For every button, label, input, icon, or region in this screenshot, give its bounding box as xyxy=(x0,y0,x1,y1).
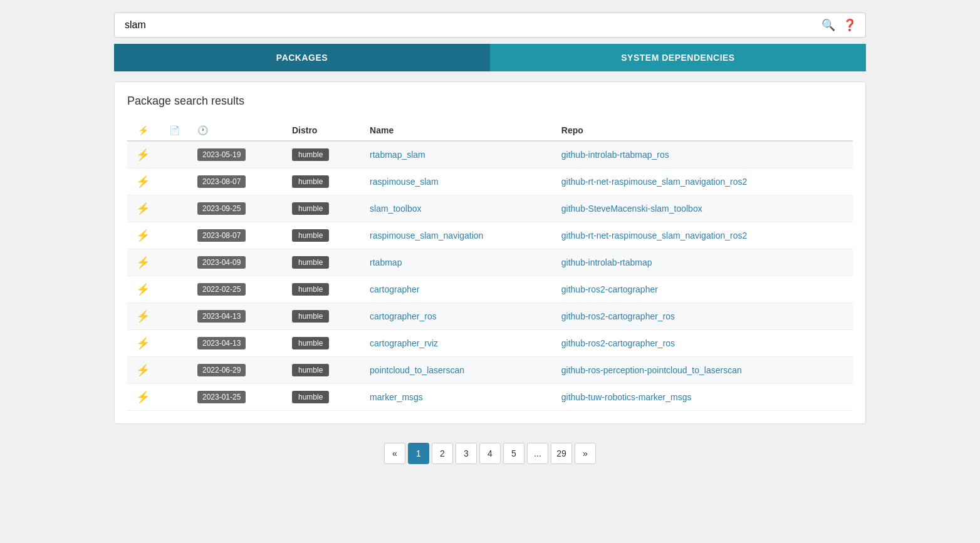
pagination: « 1 2 3 4 5 ... 29 » xyxy=(114,443,866,464)
pagination-page-1[interactable]: 1 xyxy=(408,443,429,464)
search-input[interactable] xyxy=(120,13,818,37)
row-file-icon xyxy=(159,276,190,303)
row-file-icon xyxy=(159,168,190,195)
col-date: 🕐 xyxy=(190,120,284,141)
row-date: 2023-04-13 xyxy=(190,303,284,330)
row-date: 2022-02-25 xyxy=(190,276,284,303)
row-repo[interactable]: github-introlab-rtabmap xyxy=(554,249,853,276)
row-name[interactable]: raspimouse_slam xyxy=(362,168,554,195)
table-row: ⚡ 2023-08-07 humble raspimouse_slam_navi… xyxy=(127,222,853,249)
row-distro: humble xyxy=(284,141,362,168)
row-name[interactable]: rtabmap_slam xyxy=(362,141,554,168)
search-bar: 🔍 ❓ xyxy=(114,13,866,38)
results-title: Package search results xyxy=(127,95,853,108)
pagination-page-2[interactable]: 2 xyxy=(432,443,453,464)
row-bolt-icon: ⚡ xyxy=(127,222,159,249)
row-distro: humble xyxy=(284,168,362,195)
pagination-ellipsis: ... xyxy=(527,443,548,464)
row-bolt-icon: ⚡ xyxy=(127,357,159,384)
row-file-icon xyxy=(159,195,190,222)
table-row: ⚡ 2022-06-29 humble pointcloud_to_lasers… xyxy=(127,357,853,384)
row-file-icon xyxy=(159,249,190,276)
row-bolt-icon: ⚡ xyxy=(127,168,159,195)
tab-system-dependencies[interactable]: SYSTEM DEPENDENCIES xyxy=(490,44,866,71)
row-file-icon xyxy=(159,303,190,330)
row-distro: humble xyxy=(284,195,362,222)
row-distro: humble xyxy=(284,384,362,411)
table-row: ⚡ 2023-04-09 humble rtabmap github-intro… xyxy=(127,249,853,276)
row-file-icon xyxy=(159,141,190,168)
row-file-icon xyxy=(159,222,190,249)
row-repo[interactable]: github-ros2-cartographer_ros xyxy=(554,303,853,330)
help-button[interactable]: ❓ xyxy=(839,14,860,36)
row-date: 2022-06-29 xyxy=(190,357,284,384)
row-name[interactable]: cartographer xyxy=(362,276,554,303)
row-bolt-icon: ⚡ xyxy=(127,330,159,357)
col-file: 📄 xyxy=(159,120,190,141)
row-distro: humble xyxy=(284,222,362,249)
col-distro: Distro xyxy=(284,120,362,141)
row-date: 2023-08-07 xyxy=(190,168,284,195)
col-bolt: ⚡ xyxy=(127,120,159,141)
row-repo[interactable]: github-rt-net-raspimouse_slam_navigation… xyxy=(554,168,853,195)
row-bolt-icon: ⚡ xyxy=(127,249,159,276)
row-repo[interactable]: github-introlab-rtabmap_ros xyxy=(554,141,853,168)
row-repo[interactable]: github-tuw-robotics-marker_msgs xyxy=(554,384,853,411)
row-repo[interactable]: github-rt-net-raspimouse_slam_navigation… xyxy=(554,222,853,249)
row-repo[interactable]: github-ros2-cartographer_ros xyxy=(554,330,853,357)
row-repo[interactable]: github-SteveMacenski-slam_toolbox xyxy=(554,195,853,222)
row-date: 2023-04-13 xyxy=(190,330,284,357)
row-distro: humble xyxy=(284,303,362,330)
row-repo[interactable]: github-ros-perception-pointcloud_to_lase… xyxy=(554,357,853,384)
row-name[interactable]: cartographer_rviz xyxy=(362,330,554,357)
row-name[interactable]: pointcloud_to_laserscan xyxy=(362,357,554,384)
search-button[interactable]: 🔍 xyxy=(818,14,839,36)
row-date: 2023-08-07 xyxy=(190,222,284,249)
pagination-page-3[interactable]: 3 xyxy=(456,443,477,464)
results-table: ⚡ 📄 🕐 Distro Name Repo ⚡ 2023-05-19 humb… xyxy=(127,120,853,411)
row-distro: humble xyxy=(284,276,362,303)
row-date: 2023-04-09 xyxy=(190,249,284,276)
row-bolt-icon: ⚡ xyxy=(127,141,159,168)
row-distro: humble xyxy=(284,249,362,276)
table-row: ⚡ 2023-04-13 humble cartographer_rviz gi… xyxy=(127,330,853,357)
tab-bar: PACKAGES SYSTEM DEPENDENCIES xyxy=(114,44,866,71)
table-row: ⚡ 2023-04-13 humble cartographer_ros git… xyxy=(127,303,853,330)
pagination-page-4[interactable]: 4 xyxy=(479,443,501,464)
col-name: Name xyxy=(362,120,554,141)
row-bolt-icon: ⚡ xyxy=(127,276,159,303)
row-name[interactable]: raspimouse_slam_navigation xyxy=(362,222,554,249)
row-repo[interactable]: github-ros2-cartographer xyxy=(554,276,853,303)
table-row: ⚡ 2023-08-07 humble raspimouse_slam gith… xyxy=(127,168,853,195)
row-name[interactable]: slam_toolbox xyxy=(362,195,554,222)
row-date: 2023-01-25 xyxy=(190,384,284,411)
pagination-next[interactable]: » xyxy=(575,443,596,464)
table-row: ⚡ 2023-01-25 humble marker_msgs github-t… xyxy=(127,384,853,411)
pagination-page-5[interactable]: 5 xyxy=(503,443,524,464)
results-container: Package search results ⚡ 📄 🕐 Distro Name… xyxy=(114,81,866,424)
row-date: 2023-09-25 xyxy=(190,195,284,222)
row-bolt-icon: ⚡ xyxy=(127,384,159,411)
col-repo: Repo xyxy=(554,120,853,141)
row-distro: humble xyxy=(284,357,362,384)
row-name[interactable]: rtabmap xyxy=(362,249,554,276)
pagination-page-29[interactable]: 29 xyxy=(551,443,572,464)
table-header-row: ⚡ 📄 🕐 Distro Name Repo xyxy=(127,120,853,141)
table-row: ⚡ 2023-09-25 humble slam_toolbox github-… xyxy=(127,195,853,222)
row-distro: humble xyxy=(284,330,362,357)
row-date: 2023-05-19 xyxy=(190,141,284,168)
row-bolt-icon: ⚡ xyxy=(127,195,159,222)
table-row: ⚡ 2022-02-25 humble cartographer github-… xyxy=(127,276,853,303)
row-file-icon xyxy=(159,357,190,384)
pagination-prev[interactable]: « xyxy=(384,443,405,464)
table-row: ⚡ 2023-05-19 humble rtabmap_slam github-… xyxy=(127,141,853,168)
row-name[interactable]: cartographer_ros xyxy=(362,303,554,330)
row-file-icon xyxy=(159,384,190,411)
tab-packages[interactable]: PACKAGES xyxy=(114,44,490,71)
row-file-icon xyxy=(159,330,190,357)
row-bolt-icon: ⚡ xyxy=(127,303,159,330)
row-name[interactable]: marker_msgs xyxy=(362,384,554,411)
